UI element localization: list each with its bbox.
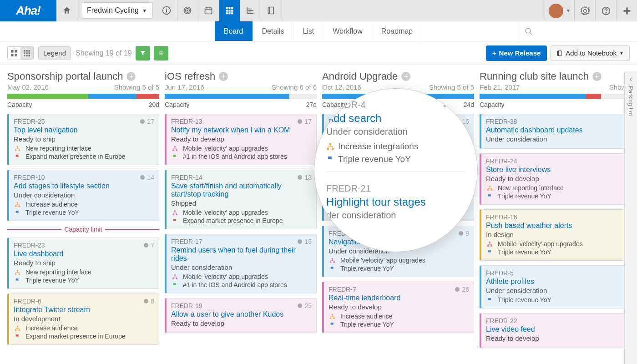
tab-board[interactable]: Board: [215, 21, 253, 41]
board-icon[interactable]: [219, 0, 240, 21]
card-title[interactable]: Remind users when to fuel during their r…: [171, 246, 312, 263]
card-title[interactable]: Automatic dashboard updates: [486, 126, 627, 134]
feature-card[interactable]: FREDR-16Push based weather alertsIn desi…: [480, 209, 632, 261]
feature-card[interactable]: FREDR-24Store live interviewsReady to de…: [480, 153, 632, 205]
card-id: FREDR-24: [486, 157, 627, 165]
card-title[interactable]: Add search: [326, 112, 465, 125]
card-goal: Mobile 'velocity' app upgrades: [171, 273, 312, 280]
svg-line-30: [530, 32, 532, 35]
card-title[interactable]: Integrate Twitter stream: [14, 306, 154, 314]
card-title[interactable]: Push based weather alerts: [486, 222, 627, 230]
release-title[interactable]: Android Upgrade: [322, 71, 398, 82]
tab-roadmap[interactable]: Roadmap: [372, 21, 422, 41]
feature-card[interactable]: 26FREDR-7Real-time leaderboardReady to d…: [322, 282, 474, 333]
feature-card[interactable]: FREDR-5Athlete profilesUnder considerati…: [480, 265, 632, 308]
svg-rect-87: [174, 210, 175, 212]
add-feature-button[interactable]: +: [126, 72, 136, 81]
card-title[interactable]: Save start/finish and automatically star…: [171, 182, 312, 198]
svg-rect-6: [205, 8, 212, 14]
view-small-icon[interactable]: [20, 47, 33, 60]
search-input[interactable]: [519, 21, 637, 41]
card-status: Ready to ship: [14, 135, 154, 143]
feature-card[interactable]: 7FREDR-23Live dashboardReady to shipNew …: [7, 238, 159, 289]
svg-rect-150: [327, 148, 329, 150]
card-status: Under consideration: [14, 191, 154, 199]
tab-details[interactable]: Details: [253, 21, 294, 41]
svg-rect-95: [174, 274, 175, 276]
svg-rect-122: [333, 261, 334, 263]
help-icon[interactable]: [595, 0, 616, 21]
filter-button[interactable]: [136, 46, 150, 61]
user-menu[interactable]: ▼: [545, 0, 574, 21]
card-id: FREDR-22: [486, 317, 627, 324]
capacity-label: Capacity: [7, 101, 32, 108]
card-goal: #1 in the iOS and Android app stores: [171, 281, 312, 288]
legend-button[interactable]: Legend: [38, 46, 71, 60]
info-icon[interactable]: [157, 0, 177, 21]
hierarchy-icon: [171, 210, 178, 216]
feature-card[interactable]: 27FREDR-25Top level navigationReady to s…: [7, 114, 159, 165]
feature-card[interactable]: 8FREDR-6Integrate Twitter streamIn devel…: [7, 293, 159, 345]
calendar-icon[interactable]: [198, 0, 219, 21]
parking-lot-tab[interactable]: ‹ Parking Lot: [624, 71, 637, 364]
target-icon[interactable]: [177, 0, 198, 21]
flag-icon: [486, 249, 493, 255]
chart-icon[interactable]: [240, 0, 261, 21]
card-title[interactable]: Live video feed: [486, 325, 627, 334]
settings-button[interactable]: [154, 46, 168, 61]
card-count: 7: [143, 242, 154, 249]
svg-rect-11: [229, 7, 231, 9]
book-icon[interactable]: [261, 0, 282, 21]
svg-rect-121: [330, 261, 331, 263]
svg-rect-10: [226, 7, 228, 9]
card-title[interactable]: Live dashboard: [14, 250, 154, 258]
release-title[interactable]: Sponsorship portal launch: [7, 71, 123, 82]
add-notebook-button[interactable]: Add to Notebook ▼: [551, 46, 630, 61]
gear-icon[interactable]: [574, 0, 595, 21]
svg-point-5: [187, 10, 188, 11]
feature-card[interactable]: FREDR-38Automatic dashboard updatesUnder…: [480, 114, 632, 149]
card-title[interactable]: Real-time leaderboard: [329, 294, 469, 302]
brand-logo[interactable]: Aha!: [0, 0, 56, 21]
svg-rect-55: [16, 202, 18, 203]
card-title[interactable]: Highlight tour stages: [326, 196, 465, 208]
svg-rect-143: [487, 245, 489, 246]
card-title[interactable]: Athlete profiles: [486, 278, 627, 286]
hierarchy-icon: [14, 202, 21, 207]
tab-list[interactable]: List: [293, 21, 324, 41]
add-icon[interactable]: [616, 0, 637, 21]
release-showing: Showing 5 of 5: [429, 83, 474, 91]
card-title[interactable]: Store live interviews: [486, 166, 627, 174]
card-status: Under consideration: [326, 126, 465, 137]
view-large-icon[interactable]: [8, 47, 20, 60]
release-showing: Showing 5 of 5: [114, 83, 159, 91]
card-title[interactable]: Notify my network when I win a KOM: [171, 126, 312, 134]
feature-card[interactable]: FREDR-22Live video feedReady to develop: [480, 313, 632, 348]
chevron-left-icon: ‹: [630, 75, 632, 83]
product-selector[interactable]: Fredwin Cycling ▼: [81, 2, 153, 19]
card-title[interactable]: Add stages to lifestyle section: [14, 182, 154, 190]
card-title[interactable]: Top level navigation: [14, 126, 154, 134]
card-goal: New reporting interface: [14, 145, 154, 152]
new-release-button[interactable]: + New Release: [486, 46, 547, 61]
feature-card[interactable]: 14FREDR-10Add stages to lifestyle sectio…: [7, 170, 159, 221]
feature-card[interactable]: 15FREDR-17Remind users when to fuel duri…: [165, 234, 317, 293]
add-feature-button[interactable]: +: [592, 72, 602, 81]
card-title[interactable]: Allow a user to give another Kudos: [171, 310, 312, 318]
feature-card[interactable]: 13FREDR-14Save start/finish and automati…: [165, 170, 317, 229]
add-feature-button[interactable]: +: [401, 72, 410, 81]
home-icon[interactable]: [56, 0, 77, 21]
svg-rect-43: [29, 55, 30, 56]
release-title[interactable]: iOS refresh: [165, 71, 215, 82]
card-id: FREDR-14: [171, 174, 312, 181]
release-title[interactable]: Running club site launch: [480, 71, 589, 82]
tab-workflow[interactable]: Workflow: [324, 21, 372, 41]
feature-card[interactable]: 25FREDR-19Allow a user to give another K…: [165, 298, 317, 333]
svg-rect-80: [172, 149, 174, 151]
hierarchy-icon: [486, 241, 493, 247]
add-feature-button[interactable]: +: [219, 72, 228, 81]
card-count: 15: [297, 238, 312, 245]
svg-rect-142: [489, 242, 490, 243]
card-goal: #1 in the iOS and Android app stores: [171, 153, 312, 160]
feature-card[interactable]: 17FREDR-13Notify my network when I win a…: [165, 114, 317, 165]
